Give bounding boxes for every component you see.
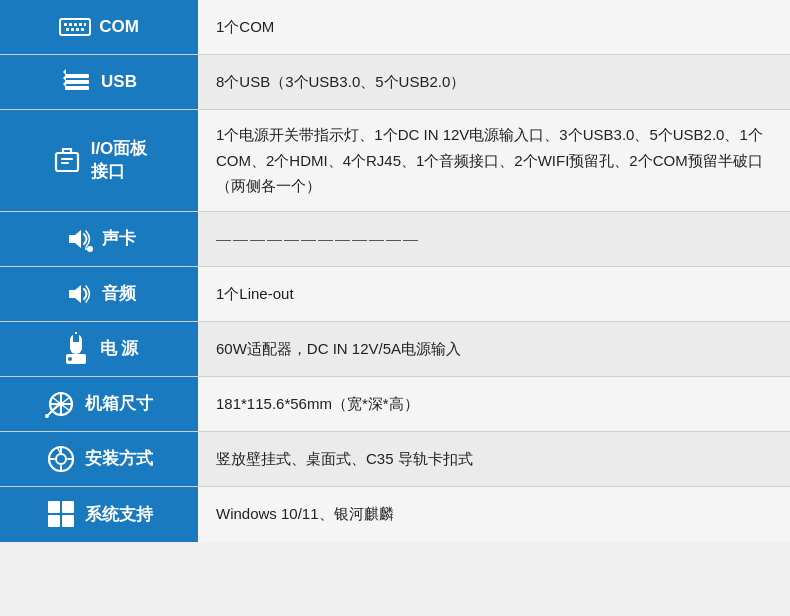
svg-rect-7 xyxy=(71,28,74,31)
svg-rect-5 xyxy=(84,23,86,26)
sound-icon xyxy=(62,223,94,255)
svg-marker-19 xyxy=(69,285,81,303)
svg-rect-1 xyxy=(64,23,67,26)
label-os: 系统支持 xyxy=(0,487,198,542)
label-com: COM xyxy=(0,0,198,54)
label-text-soundcard: 声卡 xyxy=(102,227,136,250)
svg-rect-21 xyxy=(73,334,79,342)
label-text-io: I/O面板 接口 xyxy=(91,137,148,183)
value-audio: 1个Line-out xyxy=(198,267,790,321)
label-install: 安装方式 xyxy=(0,432,198,486)
svg-point-31 xyxy=(56,454,66,464)
label-text-power: 电 源 xyxy=(100,337,139,360)
com-icon xyxy=(59,11,91,43)
row-casesize: 机箱尺寸181*115.6*56mm（宽*深*高） xyxy=(0,377,790,432)
label-casesize: 机箱尺寸 xyxy=(0,377,198,431)
svg-point-29 xyxy=(45,414,49,418)
label-text-os: 系统支持 xyxy=(85,503,153,526)
label-text-casesize: 机箱尺寸 xyxy=(85,392,153,415)
row-usb: USB8个USB（3个USB3.0、5个USB2.0） xyxy=(0,55,790,110)
row-io: I/O面板 接口1个电源开关带指示灯、1个DC IN 12V电源输入口、3个US… xyxy=(0,110,790,212)
row-power: 电 源60W适配器，DC IN 12V/5A电源输入 xyxy=(0,322,790,377)
os-icon xyxy=(45,498,77,530)
svg-rect-6 xyxy=(66,28,69,31)
label-power: 电 源 xyxy=(0,322,198,376)
row-soundcard: 声卡———————————— xyxy=(0,212,790,267)
svg-rect-9 xyxy=(81,28,84,31)
row-os: 系统支持Windows 10/11、银河麒麟 xyxy=(0,487,790,542)
svg-rect-0 xyxy=(60,19,90,35)
svg-rect-3 xyxy=(74,23,77,26)
power-icon xyxy=(60,333,92,365)
label-text-usb: USB xyxy=(101,72,137,92)
label-io: I/O面板 接口 xyxy=(0,110,198,211)
svg-rect-8 xyxy=(76,28,79,31)
svg-rect-14 xyxy=(61,158,73,160)
svg-point-24 xyxy=(68,357,72,361)
spec-table: COM1个COM USB8个USB（3个USB3.0、5个USB2.0） I/O… xyxy=(0,0,790,542)
case-icon xyxy=(45,388,77,420)
usb-icon xyxy=(61,66,93,98)
svg-rect-33 xyxy=(48,501,60,513)
io-icon xyxy=(51,144,83,176)
label-text-com: COM xyxy=(99,17,139,37)
svg-point-17 xyxy=(87,246,93,252)
install-icon xyxy=(45,443,77,475)
svg-rect-35 xyxy=(48,515,60,527)
value-os: Windows 10/11、银河麒麟 xyxy=(198,487,790,542)
value-com: 1个COM xyxy=(198,0,790,54)
value-io: 1个电源开关带指示灯、1个DC IN 12V电源输入口、3个USB3.0、5个U… xyxy=(198,110,790,211)
svg-rect-4 xyxy=(79,23,82,26)
label-text-install: 安装方式 xyxy=(85,447,153,470)
label-usb: USB xyxy=(0,55,198,109)
value-soundcard: ———————————— xyxy=(198,212,790,266)
label-text-audio: 音频 xyxy=(102,282,136,305)
value-install: 竖放壁挂式、桌面式、C35 导轨卡扣式 xyxy=(198,432,790,486)
svg-rect-36 xyxy=(62,515,74,527)
label-soundcard: 声卡 xyxy=(0,212,198,266)
row-com: COM1个COM xyxy=(0,0,790,55)
svg-rect-2 xyxy=(69,23,72,26)
row-install: 安装方式竖放壁挂式、桌面式、C35 导轨卡扣式 xyxy=(0,432,790,487)
row-audio: 音频1个Line-out xyxy=(0,267,790,322)
svg-rect-12 xyxy=(65,86,89,90)
value-power: 60W适配器，DC IN 12V/5A电源输入 xyxy=(198,322,790,376)
audio-icon xyxy=(62,278,94,310)
svg-marker-16 xyxy=(69,230,81,248)
svg-rect-34 xyxy=(62,501,74,513)
svg-rect-10 xyxy=(65,74,89,78)
svg-rect-15 xyxy=(61,162,69,164)
svg-rect-11 xyxy=(65,80,89,84)
label-audio: 音频 xyxy=(0,267,198,321)
value-usb: 8个USB（3个USB3.0、5个USB2.0） xyxy=(198,55,790,109)
value-casesize: 181*115.6*56mm（宽*深*高） xyxy=(198,377,790,431)
